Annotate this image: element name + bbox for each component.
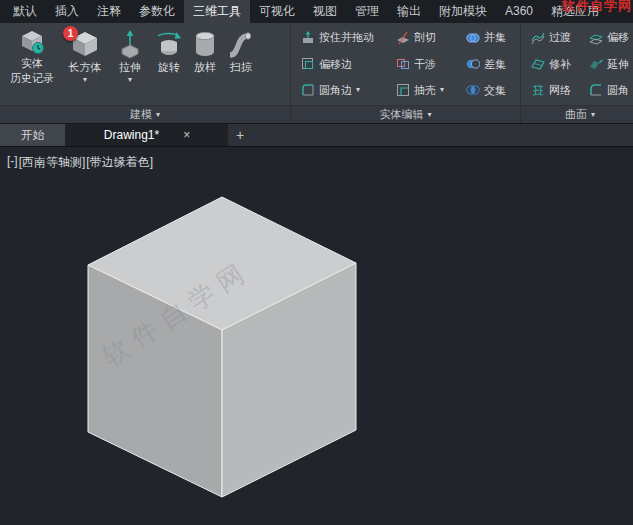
blend-label: 过渡 bbox=[549, 30, 571, 45]
ribbon-tab-visualize[interactable]: 可视化 bbox=[250, 0, 304, 23]
presspull-button[interactable]: 按住并拖动 bbox=[299, 29, 380, 46]
revolve-icon bbox=[154, 29, 184, 59]
watermark-top-right: 软件自学网 bbox=[562, 0, 632, 15]
slice-icon bbox=[396, 31, 410, 45]
ribbon-tab-output[interactable]: 输出 bbox=[388, 0, 430, 23]
box-button[interactable]: 1 长方体 ▾ bbox=[61, 25, 109, 103]
subtract-icon bbox=[466, 57, 480, 71]
extend-surface-icon bbox=[589, 57, 603, 71]
solid-history-button[interactable]: 实体 历史记录 bbox=[3, 25, 61, 103]
fillet-surface-icon bbox=[589, 83, 603, 97]
blend-surface-icon bbox=[531, 31, 545, 45]
ribbon-tab-parametric[interactable]: 参数化 bbox=[130, 0, 184, 23]
presspull-icon bbox=[301, 31, 315, 45]
offset-surface-label: 偏移 bbox=[607, 30, 629, 45]
loft-button[interactable]: 放样 bbox=[187, 25, 223, 103]
network-surface-icon bbox=[531, 83, 545, 97]
offset-edge-label: 偏移边 bbox=[319, 57, 352, 72]
extrude-button[interactable]: 拉伸 ▾ bbox=[109, 25, 151, 103]
subtract-button[interactable]: 差集 bbox=[464, 56, 512, 73]
offset-surface-button[interactable]: 偏移 bbox=[587, 29, 631, 46]
panel-label-modeling[interactable]: 建模 ▾ bbox=[0, 105, 290, 123]
box-label: 长方体 bbox=[69, 61, 102, 74]
fillet-edge-icon bbox=[301, 83, 315, 97]
ribbon-tab-home[interactable]: 默认 bbox=[4, 0, 46, 23]
intersect-icon bbox=[466, 83, 480, 97]
extend-button[interactable]: 延伸 bbox=[587, 56, 631, 73]
blend-button[interactable]: 过渡 bbox=[529, 29, 573, 46]
chevron-down-icon: ▾ bbox=[128, 76, 132, 84]
solid-history-label-line2: 历史记录 bbox=[10, 72, 54, 85]
ribbon-tab-add-ins[interactable]: 附加模块 bbox=[430, 0, 496, 23]
extrude-label: 拉伸 bbox=[119, 61, 141, 74]
extend-label: 延伸 bbox=[607, 57, 629, 72]
file-tab-start[interactable]: 开始 bbox=[0, 124, 66, 146]
ribbon-tab-annotate[interactable]: 注释 bbox=[88, 0, 130, 23]
fillet-surface-button[interactable]: 圆角 bbox=[587, 82, 631, 99]
patch-button[interactable]: 修补 bbox=[529, 56, 573, 73]
panel-surface: 过渡 偏移 修补 bbox=[521, 23, 633, 123]
chevron-down-icon: ▾ bbox=[156, 111, 160, 119]
sweep-button[interactable]: 扫掠 bbox=[223, 25, 259, 103]
chevron-down-icon: ▾ bbox=[83, 76, 87, 84]
close-tab-icon[interactable]: × bbox=[183, 129, 190, 141]
intersect-label: 交集 bbox=[484, 83, 506, 98]
panel-solid-editing-title: 实体编辑 bbox=[379, 107, 423, 122]
offset-edge-icon bbox=[301, 57, 315, 71]
shell-icon bbox=[396, 83, 410, 97]
autocad-window: 默认 插入 注释 参数化 三维工具 可视化 视图 管理 输出 附加模块 A360… bbox=[0, 0, 633, 525]
viewport[interactable]: 软件自学网 [-] [西南等轴测] [带边缘着色] bbox=[0, 147, 633, 525]
panel-modeling: 实体 历史记录 1 长方体 ▾ bbox=[0, 23, 291, 123]
ribbon-tab-a360[interactable]: A360 bbox=[496, 0, 542, 23]
chevron-down-icon: ▾ bbox=[440, 86, 444, 94]
revolve-label: 旋转 bbox=[158, 61, 180, 74]
network-button[interactable]: 网络 bbox=[529, 82, 573, 99]
panel-modeling-title: 建模 bbox=[130, 107, 152, 122]
file-tab-drawing1[interactable]: Drawing1* × bbox=[66, 124, 228, 146]
loft-label: 放样 bbox=[194, 61, 216, 74]
file-tab-drawing1-label: Drawing1* bbox=[104, 128, 159, 142]
panel-label-surface[interactable]: 曲面 ▾ bbox=[521, 105, 633, 123]
chevron-down-icon: ▾ bbox=[356, 86, 360, 94]
shell-button[interactable]: 抽壳 ▾ bbox=[394, 82, 450, 99]
extrude-icon bbox=[115, 29, 145, 59]
panel-solid-editing: 按住并拖动 剖切 并集 bbox=[291, 23, 521, 123]
new-drawing-tab-button[interactable]: + bbox=[228, 124, 252, 146]
solid-history-label-line1: 实体 bbox=[21, 57, 43, 70]
viewport-menu-control[interactable]: [-] bbox=[7, 154, 18, 171]
ribbon-tab-view[interactable]: 视图 bbox=[304, 0, 346, 23]
shell-label: 抽壳 bbox=[414, 83, 436, 98]
presspull-label: 按住并拖动 bbox=[319, 30, 374, 45]
offset-edge-button[interactable]: 偏移边 bbox=[299, 56, 380, 73]
panel-surface-title: 曲面 bbox=[565, 107, 587, 122]
viewport-view-control[interactable]: [西南等轴测] bbox=[19, 154, 86, 171]
ribbon-tab-manage[interactable]: 管理 bbox=[346, 0, 388, 23]
interfere-label: 干涉 bbox=[414, 57, 436, 72]
subtract-label: 差集 bbox=[484, 57, 506, 72]
union-button[interactable]: 并集 bbox=[464, 29, 512, 46]
sweep-label: 扫掠 bbox=[230, 61, 252, 74]
viewport-visual-style-control[interactable]: [带边缘着色] bbox=[86, 154, 153, 171]
chevron-down-icon: ▾ bbox=[591, 111, 595, 119]
interfere-icon bbox=[396, 57, 410, 71]
union-label: 并集 bbox=[484, 30, 506, 45]
ribbon: 实体 历史记录 1 长方体 ▾ bbox=[0, 23, 633, 124]
revolve-button[interactable]: 旋转 bbox=[151, 25, 187, 103]
solid-history-icon bbox=[19, 29, 45, 55]
sweep-icon bbox=[226, 29, 256, 59]
union-icon bbox=[466, 31, 480, 45]
ribbon-tab-3d-tools[interactable]: 三维工具 bbox=[184, 0, 250, 23]
patch-surface-icon bbox=[531, 57, 545, 71]
fillet-surface-label: 圆角 bbox=[607, 83, 629, 98]
interfere-button[interactable]: 干涉 bbox=[394, 56, 450, 73]
panel-label-solid-editing[interactable]: 实体编辑 ▾ bbox=[291, 105, 520, 123]
slice-button[interactable]: 剖切 bbox=[394, 29, 450, 46]
offset-surface-icon bbox=[589, 31, 603, 45]
patch-label: 修补 bbox=[549, 57, 571, 72]
fillet-edge-button[interactable]: 圆角边 ▾ bbox=[299, 82, 380, 99]
ribbon-tab-insert[interactable]: 插入 bbox=[46, 0, 88, 23]
loft-icon bbox=[190, 29, 220, 59]
chevron-down-icon: ▾ bbox=[427, 111, 431, 119]
fillet-edge-label: 圆角边 bbox=[319, 83, 352, 98]
intersect-button[interactable]: 交集 bbox=[464, 82, 512, 99]
